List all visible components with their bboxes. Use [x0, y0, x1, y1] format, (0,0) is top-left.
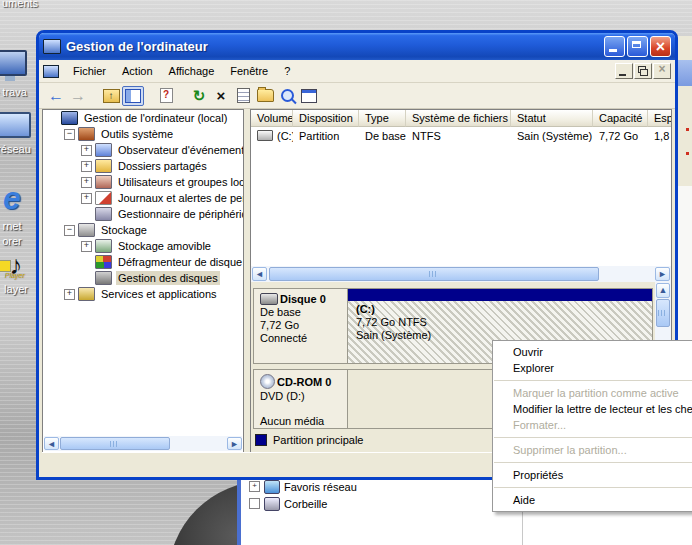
context-menu-item-explorer[interactable]: Explorer: [493, 360, 692, 376]
disk-info-line: Connecté: [260, 332, 345, 344]
disk-info-line: Aucun média: [260, 415, 345, 427]
sliver-red-mark: [686, 152, 689, 155]
tree-item-stockage-amovible[interactable]: +Stockage amovible: [43, 238, 243, 254]
back-icon: ←: [48, 88, 64, 104]
expander-icon[interactable]: +: [249, 481, 260, 492]
window-title: Gestion de l'ordinateur: [66, 39, 602, 54]
expander-icon[interactable]: −: [64, 225, 75, 236]
expander-icon[interactable]: +: [81, 241, 92, 252]
expander-icon: [249, 498, 260, 509]
tree-item-outils-systeme[interactable]: −Outils système: [43, 126, 243, 142]
up-button[interactable]: ↑: [100, 86, 122, 106]
my-computer-icon: [0, 50, 27, 76]
column-header-volume[interactable]: Volume: [251, 110, 293, 127]
volume-row[interactable]: (C:)PartitionDe baseNTFSSain (Système)7,…: [251, 127, 671, 145]
menu-fenetre[interactable]: Fenêtre: [222, 62, 276, 80]
refresh-button[interactable]: ↻: [188, 86, 210, 106]
list-horizontal-scrollbar[interactable]: ◄ ►: [251, 266, 671, 282]
open-folder-button[interactable]: [254, 86, 276, 106]
column-header-esp[interactable]: Esp: [648, 110, 671, 127]
show-console-tree-button[interactable]: [122, 86, 144, 106]
partition-label: (C:): [356, 303, 652, 315]
expander-icon[interactable]: −: [64, 129, 75, 140]
context-menu-item-formater[interactable]: Formater...: [493, 417, 692, 433]
tree-item-defragmenteur-de-disque[interactable]: Défragmenteur de disque: [43, 254, 243, 270]
tree-item-gestion-de-l-ordinateur-local[interactable]: Gestion de l'ordinateur (local): [43, 110, 243, 126]
column-header-type[interactable]: Type: [359, 110, 406, 127]
console-window-button[interactable]: [298, 86, 320, 106]
tree-item-journaux-et-alertes-de-perfo[interactable]: +Journaux et alertes de perfo: [43, 190, 243, 206]
scroll-right-button[interactable]: ►: [227, 437, 242, 450]
mdi-restore-button[interactable]: [634, 63, 652, 79]
help-button[interactable]: ?: [155, 86, 177, 106]
disk-title: CD-ROM 0: [260, 374, 345, 389]
desktop-icon-label: e trava: [0, 86, 36, 98]
context-menu-item-ouvrir[interactable]: Ouvrir: [493, 344, 692, 360]
scrollbar-thumb[interactable]: [269, 267, 599, 281]
disk-info-cell[interactable]: Disque 0De base7,72 GoConnecté: [254, 289, 348, 363]
forward-button[interactable]: →: [67, 86, 89, 106]
tree-item-gestionnaire-de-peripherique[interactable]: Gestionnaire de périphérique: [43, 206, 243, 222]
expander-icon[interactable]: +: [81, 161, 92, 172]
desktop-icon-network-places[interactable]: réseau: [0, 112, 40, 155]
tree-item-stockage[interactable]: −Stockage: [43, 222, 243, 238]
scroll-left-button[interactable]: ◄: [44, 437, 59, 450]
tree-item-label: Observateur d'événements: [116, 143, 243, 157]
menu-affichage[interactable]: Affichage: [161, 62, 223, 80]
context-menu-item-modifier-la-lettre-de-lecteur-et-les-chem[interactable]: Modifier la lettre de lecteur et les che…: [493, 401, 692, 417]
volume-list-view: VolumeDispositionTypeSystème de fichiers…: [251, 110, 671, 266]
expander-icon[interactable]: +: [81, 177, 92, 188]
column-header-disposition[interactable]: Disposition: [293, 110, 359, 127]
column-header-systeme-de-fichiers[interactable]: Système de fichiers: [406, 110, 511, 127]
tree-horizontal-scrollbar[interactable]: ◄ ►: [44, 436, 242, 451]
partition-size: 7,72 Go NTFS: [356, 316, 652, 328]
mdi-close-button[interactable]: [653, 63, 671, 79]
expander-icon[interactable]: +: [81, 145, 92, 156]
tree-item-observateur-d-evenements[interactable]: +Observateur d'événements: [43, 142, 243, 158]
expander-icon[interactable]: +: [81, 193, 92, 204]
disk-info-line: [260, 403, 345, 414]
column-header-statut[interactable]: Statut: [511, 110, 593, 127]
removable-storage-icon: [95, 239, 112, 253]
properties-button[interactable]: [232, 86, 254, 106]
search-button[interactable]: [276, 86, 298, 106]
context-menu-item-supprimer-la-partition[interactable]: Supprimer la partition...: [493, 442, 692, 458]
minimize-button[interactable]: [604, 36, 625, 57]
desktop-icon-internet-explorer[interactable]: rnet orer: [0, 180, 38, 247]
back-button[interactable]: ←: [45, 86, 67, 106]
expander-icon[interactable]: +: [64, 289, 75, 300]
column-header-capacite[interactable]: Capacité: [593, 110, 648, 127]
tree-item-gestion-des-disques[interactable]: Gestion des disques: [43, 270, 243, 286]
menu-fichier[interactable]: Fichier: [65, 62, 114, 80]
mdi-minimize-button[interactable]: [615, 63, 633, 79]
scroll-right-button[interactable]: ►: [655, 267, 670, 281]
cell-disposition: Partition: [293, 130, 359, 142]
tree-item-services-et-applications[interactable]: +Services et applications: [43, 286, 243, 302]
context-menu-item-aide[interactable]: Aide: [493, 492, 692, 508]
cell-statut: Sain (Système): [511, 130, 593, 142]
maximize-button[interactable]: [627, 36, 648, 57]
tree-item-label: Stockage: [99, 223, 149, 237]
tree-item-label: Stockage amovible: [116, 239, 213, 253]
context-menu-item-marquer-la-partition-comme-active[interactable]: Marquer la partition comme active: [493, 385, 692, 401]
context-menu-item-proprietes[interactable]: Propriétés: [493, 467, 692, 483]
scrollbar-thumb[interactable]: [656, 299, 670, 327]
menu-item[interactable]: ?: [276, 62, 298, 80]
title-bar[interactable]: Gestion de l'ordinateur: [39, 33, 675, 60]
menu-bar: FichierActionAffichageFenêtre?: [39, 60, 675, 83]
disk-info-cell[interactable]: CD-ROM 0DVD (D:)Aucun média: [254, 370, 348, 428]
menu-action[interactable]: Action: [114, 62, 161, 80]
delete-button[interactable]: ×: [210, 86, 232, 106]
desktop-icon-label2: orer: [0, 235, 38, 247]
desktop-icon-my-computer[interactable]: e trava: [0, 50, 36, 98]
tree-item-utilisateurs-et-groupes-locau[interactable]: +Utilisateurs et groupes locau: [43, 174, 243, 190]
scrollbar-thumb[interactable]: [60, 437, 170, 450]
desktop-icon-label: réseau: [0, 143, 40, 155]
tree-item-dossiers-partages[interactable]: +Dossiers partagés: [43, 158, 243, 174]
scroll-left-button[interactable]: ◄: [252, 267, 267, 281]
up-icon: ↑: [103, 89, 120, 103]
scroll-up-button[interactable]: ▲: [656, 283, 670, 298]
close-button[interactable]: [650, 36, 671, 57]
performance-icon: [95, 191, 112, 205]
cell-capacite: 7,72 Go: [593, 130, 648, 142]
